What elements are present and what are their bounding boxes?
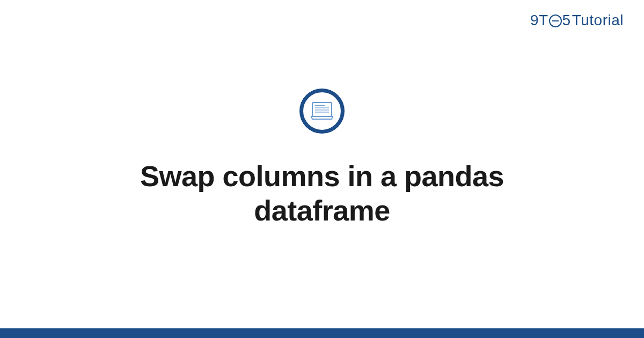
footer-accent-bar (0, 328, 644, 338)
svg-rect-0 (312, 102, 332, 116)
laptop-icon (310, 101, 334, 121)
tutorial-icon-circle (299, 89, 345, 134)
main-content: Swap columns in a pandas dataframe (0, 0, 644, 338)
page-title: Swap columns in a pandas dataframe (80, 159, 564, 227)
